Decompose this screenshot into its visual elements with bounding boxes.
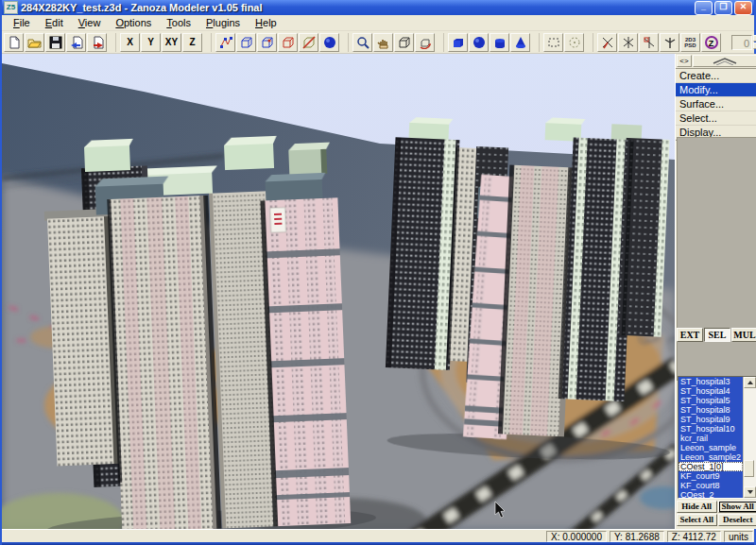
- axis-x-button[interactable]: X: [120, 33, 140, 52]
- list-item[interactable]: ST_hospital5: [679, 396, 743, 405]
- toolbar-separator: [342, 33, 349, 52]
- panel-collapse-button[interactable]: [693, 55, 756, 67]
- hide-all-button[interactable]: Hide All: [677, 501, 717, 513]
- solid-cone-icon: [514, 36, 527, 49]
- app-icon[interactable]: Z5: [4, 1, 18, 14]
- panel-item-create[interactable]: Create...: [676, 69, 756, 83]
- list-action-buttons: Hide All Show All Select All Deselect: [677, 501, 756, 526]
- toolbar-separator: [438, 33, 444, 52]
- wire-cube-red-button[interactable]: [278, 33, 298, 52]
- solid-cylinder-icon: [493, 36, 507, 49]
- toolbar-separator: [110, 33, 116, 52]
- axis-tool4-button[interactable]: [660, 33, 679, 52]
- axis-tool1-button[interactable]: [597, 33, 617, 52]
- wire-cube-slash-button[interactable]: [299, 33, 318, 52]
- sphere-button[interactable]: [319, 33, 339, 52]
- save-floppy-icon: [49, 36, 62, 49]
- axis-xy-button[interactable]: XY: [162, 33, 181, 52]
- axis-y-button[interactable]: Y: [141, 33, 161, 52]
- new-file-button[interactable]: [4, 33, 24, 52]
- selection-mode-buttons: EXT SEL MUL: [677, 328, 756, 342]
- status-units: units: [724, 531, 753, 542]
- solid-cube-icon: [452, 36, 465, 49]
- panel-item-select[interactable]: Select...: [676, 111, 756, 126]
- save-file-button[interactable]: [45, 33, 65, 52]
- pan-hand-icon: [377, 36, 390, 49]
- menu-plugins[interactable]: Plugins: [198, 16, 248, 30]
- scroll-up-button[interactable]: [744, 377, 756, 388]
- view-cube-button[interactable]: [394, 33, 414, 52]
- panel-item-surface[interactable]: Surface...: [676, 97, 756, 111]
- chevron-up-icon: [711, 57, 739, 65]
- list-item[interactable]: KF_court8: [679, 481, 743, 490]
- wire-cube2-icon: [261, 36, 274, 49]
- solid-sphere-button[interactable]: [469, 33, 489, 52]
- mode-sel-button[interactable]: SEL: [704, 328, 730, 342]
- panel-empty-area: [677, 137, 756, 381]
- list-item[interactable]: ST_hospital10: [679, 424, 743, 434]
- select-all-button[interactable]: Select All: [677, 514, 717, 526]
- view-cube-icon: [398, 36, 411, 49]
- restore-button[interactable]: ❐: [714, 1, 732, 15]
- pan-button[interactable]: [373, 33, 393, 52]
- list-item[interactable]: ST_hospital3: [679, 377, 743, 386]
- polyline-edit-button[interactable]: [215, 33, 235, 52]
- list-item[interactable]: Leeon_sample2: [679, 452, 743, 462]
- panel-item-modify[interactable]: Modify...: [676, 83, 756, 97]
- solid-cylinder-button[interactable]: [490, 33, 509, 52]
- panel-expander-button[interactable]: <>: [677, 55, 692, 67]
- list-item[interactable]: ST_hospital4: [679, 386, 743, 396]
- scroll-thumb[interactable]: [744, 460, 754, 477]
- select-rect-button[interactable]: [543, 33, 563, 52]
- export-button[interactable]: [87, 33, 107, 52]
- axis-tool2-button[interactable]: [618, 33, 638, 52]
- import-icon: [70, 36, 83, 49]
- 2d3d-toggle-button[interactable]: 2D3PSD: [680, 33, 700, 52]
- select-circle-button[interactable]: [564, 33, 584, 52]
- zoom-icon: [356, 36, 369, 49]
- rotate-view-button[interactable]: [415, 33, 435, 52]
- deselect-button[interactable]: Deselect: [718, 514, 756, 526]
- zoom-button[interactable]: [352, 33, 372, 52]
- mode-ext-button[interactable]: EXT: [677, 328, 703, 342]
- status-x: X: 0.000000: [546, 531, 607, 542]
- axis-z-button[interactable]: Z: [182, 33, 202, 52]
- menu-help[interactable]: Help: [248, 16, 284, 30]
- list-item[interactable]: ST_hospital9: [679, 415, 743, 424]
- solid-cube-button[interactable]: [448, 33, 468, 52]
- minimize-button[interactable]: _: [695, 1, 713, 15]
- menu-file[interactable]: File: [6, 16, 38, 30]
- panel-command-menu: Create... Modify... Surface... Select...…: [676, 68, 756, 141]
- close-button[interactable]: ✕: [734, 1, 752, 15]
- show-all-button[interactable]: Show All: [718, 501, 756, 513]
- menu-edit[interactable]: Edit: [38, 16, 71, 30]
- app-window: Z5 284X282KY_test.z3d - Zanoza Modeler v…: [0, 0, 756, 545]
- mode-mul-button[interactable]: MUL: [731, 328, 756, 342]
- select-rect-icon: [547, 36, 560, 49]
- wire-cube-button[interactable]: [236, 33, 256, 52]
- status-y: Y: 81.2688: [610, 531, 664, 542]
- spinner-value[interactable]: 0: [731, 35, 752, 50]
- list-scrollbar[interactable]: [743, 377, 756, 498]
- list-item[interactable]: COest_2: [679, 490, 743, 498]
- solid-sphere-icon: [472, 36, 486, 49]
- menu-view[interactable]: View: [71, 16, 109, 30]
- z-rotate-button[interactable]: Z: [701, 33, 721, 52]
- menu-tools[interactable]: Tools: [159, 16, 198, 30]
- list-item[interactable]: kcr_rail: [679, 434, 743, 443]
- viewport-3d[interactable]: Chung Esta ng P: [2, 54, 675, 529]
- menu-options[interactable]: Options: [108, 16, 159, 30]
- scroll-down-button[interactable]: [744, 486, 756, 498]
- list-item[interactable]: KF_court9: [679, 471, 743, 481]
- list-item[interactable]: ST_hospital8: [679, 405, 743, 415]
- list-item[interactable]: Leeon_sample: [679, 443, 743, 452]
- solid-cone-button[interactable]: [510, 33, 530, 52]
- axis-tool3-button[interactable]: [639, 33, 659, 52]
- open-file-button[interactable]: [25, 33, 44, 52]
- wire-cube-icon: [240, 36, 253, 49]
- wire-cube2-button[interactable]: [257, 33, 277, 52]
- scroll-track[interactable]: [744, 388, 756, 486]
- list-item-focused[interactable]: COest_1[0]: [679, 462, 743, 471]
- import-button[interactable]: [66, 33, 86, 52]
- axis-tool1-icon: [601, 36, 614, 49]
